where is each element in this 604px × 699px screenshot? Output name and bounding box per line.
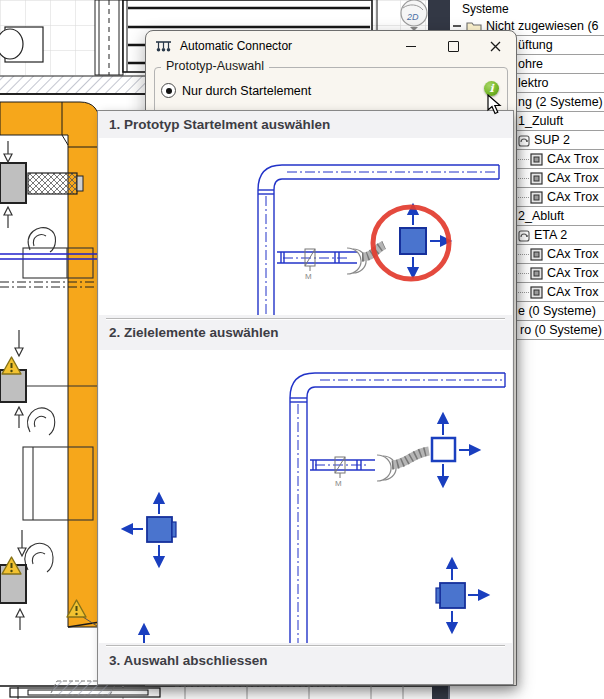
flow-arrow-up: [15, 407, 23, 428]
tree-connector: [518, 197, 529, 198]
connector-arrows: [140, 625, 149, 643]
mouse-cursor: [487, 94, 502, 115]
duct-system-icon: [518, 229, 530, 242]
tree-connector: [518, 254, 529, 255]
air-terminal-selected: [400, 228, 426, 254]
tree-row-label: 2_Abluft: [518, 209, 564, 223]
tree-row-label: ohre: [518, 57, 543, 71]
air-terminal-icon: [530, 267, 543, 280]
tree-expander-icon[interactable]: [453, 25, 461, 27]
tree-row-label: 1_Zuluft: [518, 114, 563, 128]
dark-wall-band: [428, 0, 450, 32]
svg-text:M: M: [335, 479, 342, 488]
tree-row-label: CAx Trox: [547, 190, 598, 204]
air-terminal-icon: [530, 191, 543, 204]
air-terminal-candidate: [436, 583, 465, 608]
nav-2d-label: 2D: [406, 12, 419, 22]
radio-button-icon[interactable]: [161, 83, 176, 98]
tree-connector: [518, 292, 529, 293]
svg-text:M: M: [305, 272, 312, 281]
step1-heading: 1. Prototyp Startelment auswählen: [109, 117, 330, 132]
duct-system-icon: [518, 134, 530, 147]
damper-symbol: M: [335, 457, 345, 488]
close-button[interactable]: [474, 31, 516, 61]
step3-heading: 3. Auswahl abschliessen: [109, 653, 268, 668]
tree-row-label: CAx Trox: [547, 285, 598, 299]
section-divider: [106, 645, 505, 647]
flow-arrow-up: [4, 207, 12, 228]
tree-row-label: CAx Trox: [547, 171, 598, 185]
flow-arrow-down: [18, 530, 26, 556]
connector-guide-tooltip: 1. Prototyp Startelment auswählen: [97, 110, 514, 685]
maximize-button[interactable]: [432, 31, 474, 61]
tree-row-label: CAx Trox: [547, 266, 598, 280]
section-divider: [106, 318, 505, 320]
air-terminal-icon: [530, 153, 543, 166]
step1-illustration: M: [99, 138, 512, 315]
minimize-button[interactable]: [390, 31, 432, 61]
damper-symbol: M: [305, 249, 315, 281]
dialog-title: Automatic Connector: [180, 39, 292, 53]
flow-arrow-down: [4, 141, 12, 162]
dialog-titlebar[interactable]: Automatic Connector: [146, 31, 516, 61]
minimize-icon: [406, 46, 416, 47]
tree-row-label: ETA 2: [534, 228, 567, 242]
warning-icon[interactable]: [2, 357, 21, 374]
group-label: Prototyp-Auswahl: [161, 59, 269, 73]
radio-start-element[interactable]: Nur durch Startelement: [161, 83, 311, 98]
air-terminal-icon: [530, 172, 543, 185]
connector-dots-icon: [155, 38, 172, 54]
air-terminal-icon: [530, 248, 543, 261]
tree-row-label: e (0 Systeme): [518, 304, 596, 318]
air-terminal-target: [432, 438, 455, 461]
column-with-pipe: [0, 27, 43, 62]
tree-row-label: CAx Trox: [547, 152, 598, 166]
tree-row-label: lektro: [518, 76, 549, 90]
tree-row-label: SUP 2: [534, 133, 570, 147]
tree-connector: [518, 178, 529, 179]
air-terminal-icon: [530, 286, 543, 299]
step2-illustration: M: [99, 350, 512, 643]
tree-row-label: ng (2 Systeme): [518, 95, 603, 109]
tree-connector: [518, 273, 529, 274]
tree-row-label: CAx Trox: [547, 247, 598, 261]
air-terminal-candidate: [147, 517, 176, 542]
maximize-icon: [448, 41, 459, 52]
step2-heading: 2. Zielelemente auswählen: [109, 325, 279, 340]
equipment-box-2[interactable]: [0, 370, 26, 402]
tree-row-label: ro (0 Systeme): [520, 323, 602, 337]
tree-row-label: üftung: [518, 38, 553, 52]
wall-strip-left: [95, 0, 123, 75]
tree-connector: [518, 159, 529, 160]
close-icon: [490, 41, 501, 52]
radio-label: Nur durch Startelement: [182, 84, 311, 98]
flow-arrow-down: [15, 330, 23, 356]
flow-arrow-up: [16, 609, 24, 630]
